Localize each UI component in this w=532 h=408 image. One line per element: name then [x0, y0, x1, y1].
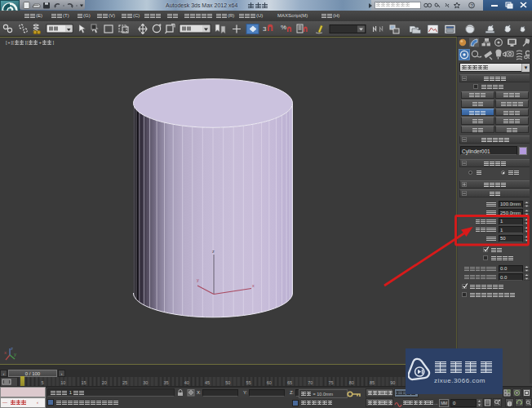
svg-text:z: z: [212, 249, 215, 254]
svg-text:y: y: [14, 352, 16, 357]
svg-text:x: x: [4, 350, 7, 355]
svg-text:3: 3: [263, 25, 267, 33]
svg-text:x: x: [252, 283, 255, 288]
svg-text:%: %: [281, 24, 286, 31]
svg-text:y: y: [197, 277, 199, 282]
svg-text:z: z: [11, 346, 13, 351]
